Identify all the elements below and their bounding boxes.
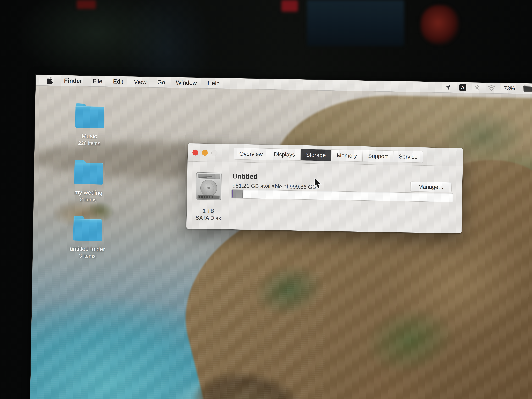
menu-item-file[interactable]: File xyxy=(93,78,102,85)
input-source-icon[interactable]: A xyxy=(459,84,466,91)
folder-name: Music xyxy=(82,133,97,140)
folder-icon xyxy=(74,163,103,184)
menu-item-help[interactable]: Help xyxy=(207,80,220,87)
disk-capacity: 1 TB xyxy=(187,207,230,215)
about-this-mac-window: Overview Displays Storage Memory Support… xyxy=(186,143,463,233)
tab-overview[interactable]: Overview xyxy=(234,148,269,160)
wifi-icon[interactable] xyxy=(488,85,495,91)
hard-disk-icon xyxy=(196,172,222,200)
menu-item-go[interactable]: Go xyxy=(157,79,165,86)
folder-item-count: 226 items xyxy=(78,140,100,146)
menu-item-window[interactable]: Window xyxy=(176,79,197,86)
zoom-button-disabled[interactable] xyxy=(211,150,217,156)
battery-percent: 73% xyxy=(504,85,515,92)
tab-support[interactable]: Support xyxy=(362,150,393,162)
folder-icon xyxy=(73,219,102,241)
minimize-button[interactable] xyxy=(202,150,208,156)
bluetooth-icon[interactable] xyxy=(475,84,479,91)
close-button[interactable] xyxy=(192,150,198,156)
mouse-cursor xyxy=(314,177,322,190)
battery-icon[interactable] xyxy=(523,86,532,92)
battery-fill xyxy=(524,86,532,91)
room-decor xyxy=(77,0,96,9)
desktop-folder-untitled[interactable]: untitled folder 3 items xyxy=(66,219,109,259)
desktop-icon-column: Music 226 items my weding 2 items untitl… xyxy=(66,106,111,259)
menu-item-finder[interactable]: Finder xyxy=(64,77,82,84)
disk-name: Untitled xyxy=(233,172,258,180)
wallpaper-wave-texture xyxy=(30,266,326,399)
menu-item-view[interactable]: View xyxy=(134,78,147,85)
folder-item-count: 3 items xyxy=(79,253,95,259)
tab-service[interactable]: Service xyxy=(393,151,423,163)
folder-name: my weding xyxy=(74,189,102,196)
storage-pane: 1 TB SATA Disk Untitled 951.21 GB availa… xyxy=(186,162,463,233)
room-window-reflection xyxy=(307,0,404,46)
traffic-lights xyxy=(192,150,217,156)
location-arrow-icon[interactable] xyxy=(445,84,451,90)
disk-capacity-label: 1 TB SATA Disk xyxy=(186,207,230,222)
menu-item-edit[interactable]: Edit xyxy=(113,78,123,85)
manage-button[interactable]: Manage… xyxy=(410,182,452,192)
tab-storage[interactable]: Storage xyxy=(301,149,331,161)
room-decor xyxy=(421,5,459,45)
desktop-folder-my-weding[interactable]: my weding 2 items xyxy=(67,162,110,203)
storage-used-segment xyxy=(231,190,243,198)
disk-availability: 951.21 GB available of 999.86 GB xyxy=(233,183,316,190)
tab-bar: Overview Displays Storage Memory Support… xyxy=(234,148,423,163)
folder-icon xyxy=(75,106,104,128)
apple-logo-icon[interactable] xyxy=(47,77,53,84)
tab-memory[interactable]: Memory xyxy=(331,150,363,161)
folder-item-count: 2 items xyxy=(80,196,96,203)
folder-name: untitled folder xyxy=(70,245,105,253)
menu-bar-status: A 73% xyxy=(445,84,532,92)
tab-displays[interactable]: Displays xyxy=(268,149,301,160)
macos-screen: Finder File Edit View Go Window Help A xyxy=(30,75,532,399)
menu-bar-left: Finder File Edit View Go Window Help xyxy=(47,77,220,87)
disk-type: SATA Disk xyxy=(186,214,230,222)
desktop-folder-music[interactable]: Music 226 items xyxy=(68,106,111,147)
room-decor xyxy=(281,0,298,12)
